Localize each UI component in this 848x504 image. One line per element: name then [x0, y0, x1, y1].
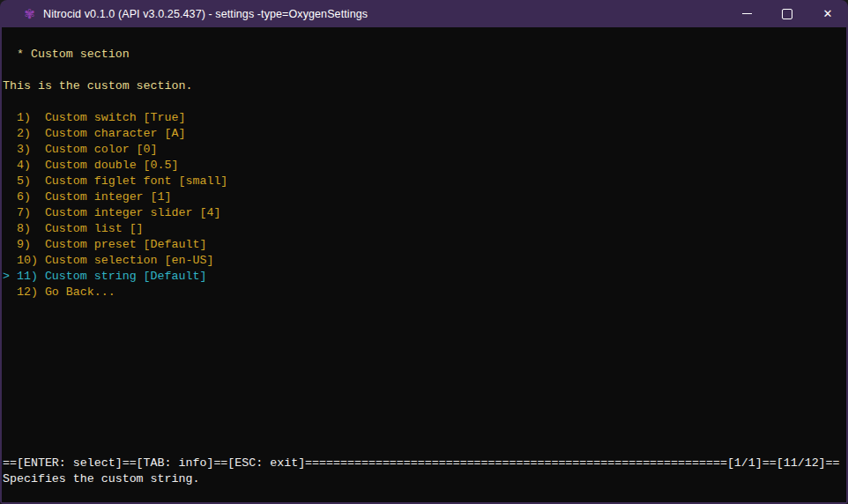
menu-item-9[interactable]: 9) Custom preset [Default] [3, 237, 846, 253]
minimize-button[interactable] [726, 0, 767, 27]
section-description: This is the custom section. [3, 78, 846, 94]
menu-item-7[interactable]: 7) Custom integer slider [4] [3, 205, 846, 221]
caption-buttons: ✕ [726, 0, 848, 27]
close-button[interactable]: ✕ [807, 0, 848, 27]
titlebar: ✾ Nitrocid v0.1.0 (API v3.0.25.437) - se… [0, 0, 848, 27]
menu-item-11[interactable]: > 11) Custom string [Default] [3, 269, 846, 285]
setting-description: Specifies the custom string. [3, 471, 846, 487]
menu-item-5[interactable]: 5) Custom figlet font [small] [3, 174, 846, 189]
blank-line [3, 31, 846, 47]
menu-item-6[interactable]: 6) Custom integer [1] [3, 189, 846, 205]
blank-line [3, 63, 846, 78]
menu-item-8[interactable]: 8) Custom list [] [3, 221, 846, 237]
close-icon: ✕ [823, 8, 833, 19]
section-header: * Custom section [3, 47, 846, 63]
blank-line [3, 94, 846, 110]
terminal-screen: * Custom sectionThis is the custom secti… [2, 27, 846, 502]
maximize-icon [782, 9, 792, 19]
maximize-button[interactable] [767, 0, 807, 27]
minimize-icon [742, 13, 752, 14]
menu-item-12[interactable]: 12) Go Back... [3, 285, 846, 300]
menu-item-10[interactable]: 10) Custom selection [en-US] [3, 253, 846, 269]
app-window: ✾ Nitrocid v0.1.0 (API v3.0.25.437) - se… [0, 0, 848, 504]
window-title: Nitrocid v0.1.0 (API v3.0.25.437) - sett… [43, 8, 368, 20]
status-separator-line: ==[ENTER: select]==[TAB: info]==[ESC: ex… [3, 456, 846, 471]
menu-item-2[interactable]: 2) Custom character [A] [3, 126, 846, 142]
menu-item-1[interactable]: 1) Custom switch [True] [3, 110, 846, 126]
menu-item-4[interactable]: 4) Custom double [0.5] [3, 158, 846, 174]
menu-item-3[interactable]: 3) Custom color [0] [3, 142, 846, 158]
terminal-lines: * Custom sectionThis is the custom secti… [3, 31, 846, 300]
terminal-statusbar: ==[ENTER: select]==[TAB: info]==[ESC: ex… [3, 456, 846, 487]
nitrocid-app-icon: ✾ [22, 6, 37, 21]
